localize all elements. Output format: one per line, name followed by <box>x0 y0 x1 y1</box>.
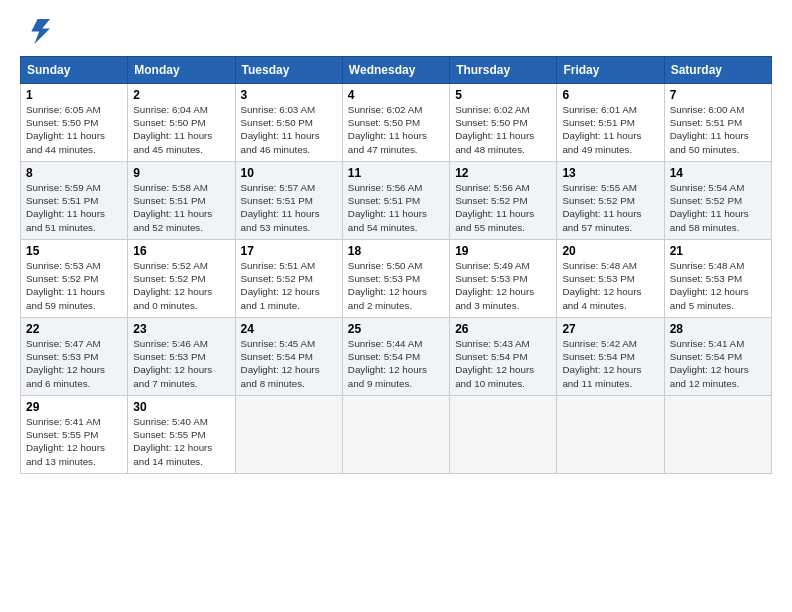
calendar-week-4: 22Sunrise: 5:47 AM Sunset: 5:53 PM Dayli… <box>21 318 772 396</box>
header <box>20 16 772 48</box>
calendar-cell <box>450 396 557 474</box>
weekday-saturday: Saturday <box>664 57 771 84</box>
calendar-cell: 25Sunrise: 5:44 AM Sunset: 5:54 PM Dayli… <box>342 318 449 396</box>
day-info: Sunrise: 5:51 AM Sunset: 5:52 PM Dayligh… <box>241 259 337 312</box>
calendar-cell <box>342 396 449 474</box>
calendar-cell: 11Sunrise: 5:56 AM Sunset: 5:51 PM Dayli… <box>342 162 449 240</box>
day-info: Sunrise: 5:57 AM Sunset: 5:51 PM Dayligh… <box>241 181 337 234</box>
day-info: Sunrise: 5:59 AM Sunset: 5:51 PM Dayligh… <box>26 181 122 234</box>
calendar-cell: 5Sunrise: 6:02 AM Sunset: 5:50 PM Daylig… <box>450 84 557 162</box>
calendar-cell: 23Sunrise: 5:46 AM Sunset: 5:53 PM Dayli… <box>128 318 235 396</box>
calendar-cell: 1Sunrise: 6:05 AM Sunset: 5:50 PM Daylig… <box>21 84 128 162</box>
calendar-body: 1Sunrise: 6:05 AM Sunset: 5:50 PM Daylig… <box>21 84 772 474</box>
day-number: 21 <box>670 244 766 258</box>
weekday-tuesday: Tuesday <box>235 57 342 84</box>
calendar-week-1: 1Sunrise: 6:05 AM Sunset: 5:50 PM Daylig… <box>21 84 772 162</box>
day-info: Sunrise: 5:47 AM Sunset: 5:53 PM Dayligh… <box>26 337 122 390</box>
calendar-cell: 28Sunrise: 5:41 AM Sunset: 5:54 PM Dayli… <box>664 318 771 396</box>
day-info: Sunrise: 5:45 AM Sunset: 5:54 PM Dayligh… <box>241 337 337 390</box>
svg-marker-0 <box>31 19 50 44</box>
day-number: 19 <box>455 244 551 258</box>
day-info: Sunrise: 5:56 AM Sunset: 5:51 PM Dayligh… <box>348 181 444 234</box>
calendar-cell: 7Sunrise: 6:00 AM Sunset: 5:51 PM Daylig… <box>664 84 771 162</box>
day-info: Sunrise: 5:41 AM Sunset: 5:54 PM Dayligh… <box>670 337 766 390</box>
day-number: 3 <box>241 88 337 102</box>
calendar-cell: 9Sunrise: 5:58 AM Sunset: 5:51 PM Daylig… <box>128 162 235 240</box>
day-info: Sunrise: 5:43 AM Sunset: 5:54 PM Dayligh… <box>455 337 551 390</box>
calendar-cell: 24Sunrise: 5:45 AM Sunset: 5:54 PM Dayli… <box>235 318 342 396</box>
calendar-cell: 6Sunrise: 6:01 AM Sunset: 5:51 PM Daylig… <box>557 84 664 162</box>
day-info: Sunrise: 6:00 AM Sunset: 5:51 PM Dayligh… <box>670 103 766 156</box>
day-number: 15 <box>26 244 122 258</box>
day-number: 13 <box>562 166 658 180</box>
day-info: Sunrise: 6:04 AM Sunset: 5:50 PM Dayligh… <box>133 103 229 156</box>
day-info: Sunrise: 5:54 AM Sunset: 5:52 PM Dayligh… <box>670 181 766 234</box>
day-number: 8 <box>26 166 122 180</box>
calendar-cell: 27Sunrise: 5:42 AM Sunset: 5:54 PM Dayli… <box>557 318 664 396</box>
day-number: 20 <box>562 244 658 258</box>
day-info: Sunrise: 5:49 AM Sunset: 5:53 PM Dayligh… <box>455 259 551 312</box>
day-info: Sunrise: 6:05 AM Sunset: 5:50 PM Dayligh… <box>26 103 122 156</box>
day-number: 6 <box>562 88 658 102</box>
calendar-week-2: 8Sunrise: 5:59 AM Sunset: 5:51 PM Daylig… <box>21 162 772 240</box>
weekday-monday: Monday <box>128 57 235 84</box>
day-info: Sunrise: 6:03 AM Sunset: 5:50 PM Dayligh… <box>241 103 337 156</box>
day-info: Sunrise: 6:02 AM Sunset: 5:50 PM Dayligh… <box>348 103 444 156</box>
weekday-sunday: Sunday <box>21 57 128 84</box>
day-info: Sunrise: 5:55 AM Sunset: 5:52 PM Dayligh… <box>562 181 658 234</box>
day-number: 29 <box>26 400 122 414</box>
day-number: 11 <box>348 166 444 180</box>
day-info: Sunrise: 5:50 AM Sunset: 5:53 PM Dayligh… <box>348 259 444 312</box>
day-info: Sunrise: 5:56 AM Sunset: 5:52 PM Dayligh… <box>455 181 551 234</box>
day-number: 28 <box>670 322 766 336</box>
day-number: 30 <box>133 400 229 414</box>
day-number: 23 <box>133 322 229 336</box>
day-number: 4 <box>348 88 444 102</box>
day-number: 17 <box>241 244 337 258</box>
calendar-cell: 13Sunrise: 5:55 AM Sunset: 5:52 PM Dayli… <box>557 162 664 240</box>
weekday-header-row: SundayMondayTuesdayWednesdayThursdayFrid… <box>21 57 772 84</box>
day-number: 2 <box>133 88 229 102</box>
logo-icon <box>22 16 50 44</box>
calendar-cell: 30Sunrise: 5:40 AM Sunset: 5:55 PM Dayli… <box>128 396 235 474</box>
day-info: Sunrise: 6:01 AM Sunset: 5:51 PM Dayligh… <box>562 103 658 156</box>
calendar-cell: 4Sunrise: 6:02 AM Sunset: 5:50 PM Daylig… <box>342 84 449 162</box>
calendar-cell: 21Sunrise: 5:48 AM Sunset: 5:53 PM Dayli… <box>664 240 771 318</box>
weekday-thursday: Thursday <box>450 57 557 84</box>
day-number: 9 <box>133 166 229 180</box>
day-info: Sunrise: 6:02 AM Sunset: 5:50 PM Dayligh… <box>455 103 551 156</box>
day-number: 7 <box>670 88 766 102</box>
day-number: 24 <box>241 322 337 336</box>
day-info: Sunrise: 5:41 AM Sunset: 5:55 PM Dayligh… <box>26 415 122 468</box>
calendar-cell: 19Sunrise: 5:49 AM Sunset: 5:53 PM Dayli… <box>450 240 557 318</box>
calendar-cell: 10Sunrise: 5:57 AM Sunset: 5:51 PM Dayli… <box>235 162 342 240</box>
day-number: 25 <box>348 322 444 336</box>
calendar-cell <box>235 396 342 474</box>
day-number: 1 <box>26 88 122 102</box>
calendar-cell: 16Sunrise: 5:52 AM Sunset: 5:52 PM Dayli… <box>128 240 235 318</box>
logo <box>20 16 54 48</box>
calendar-cell: 3Sunrise: 6:03 AM Sunset: 5:50 PM Daylig… <box>235 84 342 162</box>
calendar-cell: 15Sunrise: 5:53 AM Sunset: 5:52 PM Dayli… <box>21 240 128 318</box>
day-info: Sunrise: 5:58 AM Sunset: 5:51 PM Dayligh… <box>133 181 229 234</box>
calendar-cell: 2Sunrise: 6:04 AM Sunset: 5:50 PM Daylig… <box>128 84 235 162</box>
day-number: 14 <box>670 166 766 180</box>
day-info: Sunrise: 5:48 AM Sunset: 5:53 PM Dayligh… <box>670 259 766 312</box>
calendar-cell <box>664 396 771 474</box>
calendar-cell: 18Sunrise: 5:50 AM Sunset: 5:53 PM Dayli… <box>342 240 449 318</box>
day-info: Sunrise: 5:46 AM Sunset: 5:53 PM Dayligh… <box>133 337 229 390</box>
weekday-wednesday: Wednesday <box>342 57 449 84</box>
calendar-cell: 20Sunrise: 5:48 AM Sunset: 5:53 PM Dayli… <box>557 240 664 318</box>
calendar-cell: 26Sunrise: 5:43 AM Sunset: 5:54 PM Dayli… <box>450 318 557 396</box>
day-number: 27 <box>562 322 658 336</box>
calendar-cell: 29Sunrise: 5:41 AM Sunset: 5:55 PM Dayli… <box>21 396 128 474</box>
day-number: 16 <box>133 244 229 258</box>
day-number: 26 <box>455 322 551 336</box>
calendar-cell: 14Sunrise: 5:54 AM Sunset: 5:52 PM Dayli… <box>664 162 771 240</box>
calendar-cell: 17Sunrise: 5:51 AM Sunset: 5:52 PM Dayli… <box>235 240 342 318</box>
day-number: 22 <box>26 322 122 336</box>
page: SundayMondayTuesdayWednesdayThursdayFrid… <box>0 0 792 612</box>
day-number: 18 <box>348 244 444 258</box>
calendar-cell: 8Sunrise: 5:59 AM Sunset: 5:51 PM Daylig… <box>21 162 128 240</box>
day-number: 12 <box>455 166 551 180</box>
